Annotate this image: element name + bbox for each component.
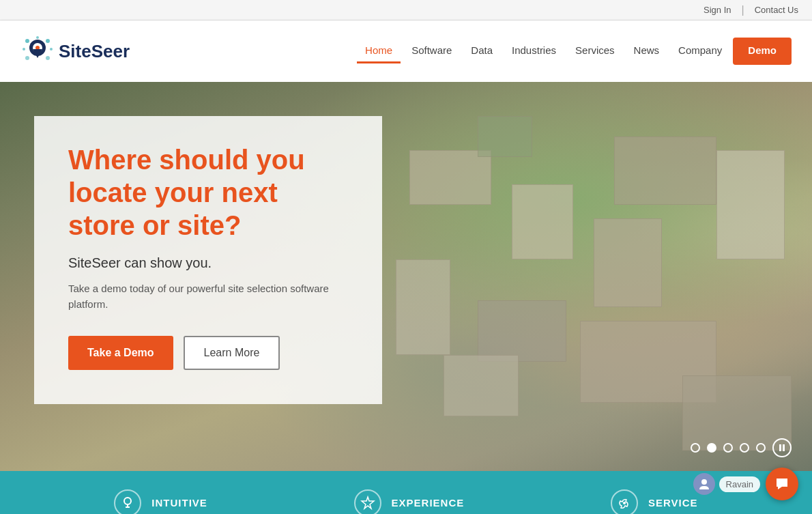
carousel-dot-5[interactable] (756, 443, 766, 453)
building-3 (614, 137, 716, 205)
bottom-item-experience: EXPERIENCE (354, 489, 465, 515)
building-5 (478, 300, 566, 362)
nav-services[interactable]: Services (567, 39, 623, 63)
intuitive-icon (114, 489, 141, 515)
carousel-dot-3[interactable] (723, 443, 733, 453)
svg-point-6 (25, 56, 29, 60)
nav-company[interactable]: Company (670, 39, 730, 63)
main-nav: Home Software Data Industries Services N… (357, 38, 792, 65)
bottom-label-intuitive: INTUITIVE (151, 497, 207, 509)
building-8 (444, 355, 519, 416)
building-4 (594, 218, 662, 307)
svg-point-8 (36, 36, 39, 39)
bottom-item-intuitive: INTUITIVE (114, 489, 207, 515)
nav-data[interactable]: Data (463, 39, 501, 63)
building-2 (512, 184, 573, 259)
svg-point-4 (25, 39, 29, 43)
hero-content-box: Where should you locate your next store … (34, 116, 382, 404)
carousel-dot-4[interactable] (740, 443, 749, 453)
bottom-item-service: SERVICE (611, 489, 698, 515)
chat-button[interactable] (766, 468, 798, 500)
building-1 (409, 150, 491, 205)
logo-icon (20, 34, 55, 68)
svg-point-13 (124, 498, 131, 504)
building-10 (716, 150, 785, 259)
chat-icon (774, 476, 790, 492)
svg-point-5 (46, 39, 50, 43)
header: SiteSeer Home Software Data Industries S… (0, 20, 812, 82)
building-green (478, 116, 532, 157)
svg-point-10 (50, 48, 53, 51)
svg-point-7 (46, 56, 50, 60)
nav-software[interactable]: Software (403, 39, 460, 63)
chat-avatar-icon (693, 473, 715, 495)
nav-news[interactable]: News (626, 39, 668, 63)
logo[interactable]: SiteSeer (20, 34, 130, 68)
hero-headline: Where should you locate your next store … (68, 143, 348, 242)
service-icon (611, 489, 638, 515)
svg-point-9 (23, 48, 25, 51)
chat-widget: Ravain (693, 468, 798, 500)
nav-industries[interactable]: Industries (504, 39, 564, 63)
hero-subheadline: SiteSeer can show you. (68, 255, 348, 271)
contact-us-link[interactable]: Contact Us (755, 5, 798, 15)
hero-body: Take a demo today of our powerful site s… (68, 281, 348, 312)
experience-icon (354, 489, 381, 515)
carousel-dot-1[interactable] (691, 443, 700, 453)
svg-point-18 (701, 479, 707, 485)
hero-section: Where should you locate your next store … (0, 82, 812, 471)
carousel-dots (691, 438, 792, 457)
sign-in-link[interactable]: Sign In (704, 5, 731, 15)
divider: | (742, 4, 744, 16)
svg-rect-12 (783, 444, 785, 451)
carousel-pause-button[interactable] (772, 438, 792, 457)
bottom-label-service: SERVICE (648, 497, 698, 509)
pause-icon (779, 444, 785, 452)
svg-rect-11 (779, 444, 781, 451)
building-6 (396, 259, 450, 355)
nav-demo[interactable]: Demo (733, 38, 792, 65)
bottom-label-experience: EXPERIENCE (392, 497, 465, 509)
nav-home[interactable]: Home (357, 39, 401, 63)
logo-text: SiteSeer (59, 41, 130, 62)
learn-more-button[interactable]: Learn More (184, 336, 280, 370)
svg-point-17 (623, 502, 626, 504)
svg-marker-16 (362, 497, 374, 509)
chat-label: Ravain (719, 476, 760, 492)
take-demo-button[interactable]: Take a Demo (68, 336, 173, 370)
carousel-dot-2[interactable] (707, 443, 716, 453)
bottom-section: INTUITIVE EXPERIENCE SERVICE (0, 471, 812, 514)
top-bar: Sign In | Contact Us (0, 0, 812, 20)
hero-buttons: Take a Demo Learn More (68, 336, 348, 370)
